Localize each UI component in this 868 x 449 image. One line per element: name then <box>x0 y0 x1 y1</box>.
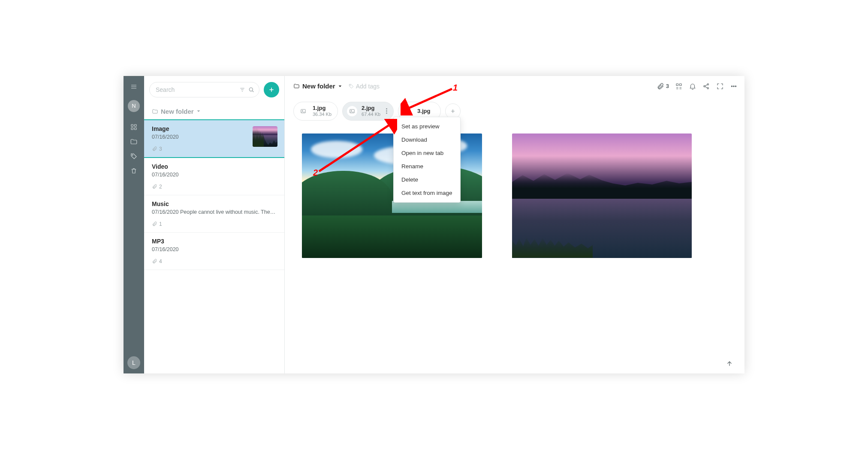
attachment-icon <box>152 221 157 227</box>
ctx-download[interactable]: Download <box>394 133 460 146</box>
gallery[interactable] <box>285 124 739 373</box>
attachment-chip[interactable]: 2.jpg 67.44 Kb <box>342 102 394 121</box>
main-pane: New folder Add tags 3 <box>285 76 744 373</box>
svg-point-20 <box>407 110 407 111</box>
attachment-chip[interactable]: 1.jpg 36.34 Kb <box>293 102 338 121</box>
image-icon <box>403 106 413 116</box>
sidebar-folder-select[interactable]: New folder <box>144 102 284 119</box>
trash-icon[interactable] <box>127 164 141 178</box>
svg-point-12 <box>731 85 732 86</box>
gallery-image[interactable] <box>512 133 692 258</box>
list-item-thumbnail <box>253 126 277 147</box>
search-input-wrap[interactable] <box>149 82 259 97</box>
ctx-rename[interactable]: Rename <box>394 160 460 173</box>
list-item[interactable]: MP3 07/16/2020 4 <box>144 233 284 270</box>
search-icon[interactable] <box>248 86 255 93</box>
svg-rect-1 <box>135 124 137 127</box>
icon-rail: N L <box>124 76 144 373</box>
list-item-attachments: 3 <box>152 146 248 152</box>
svg-point-9 <box>704 85 705 87</box>
breadcrumb-label: New folder <box>302 82 335 90</box>
list-item-title: MP3 <box>152 238 277 245</box>
filter-icon[interactable] <box>239 87 245 93</box>
dashboard-icon[interactable] <box>127 120 141 134</box>
attachment-icon <box>152 146 157 152</box>
list-item[interactable]: Video 07/16/2020 2 <box>144 158 284 195</box>
list-item-title: Music <box>152 200 277 207</box>
folder-icon[interactable] <box>127 134 141 149</box>
list-item-date: 07/16/2020 <box>152 172 277 178</box>
hamburger-icon[interactable] <box>127 79 141 94</box>
ctx-delete[interactable]: Delete <box>394 173 460 186</box>
list-item-date: 07/16/2020 <box>152 134 248 140</box>
chip-more-icon[interactable] <box>386 108 387 114</box>
image-icon <box>347 106 357 116</box>
svg-point-10 <box>707 83 708 85</box>
image-icon <box>298 106 308 116</box>
list-item[interactable]: Music 07/16/2020 People cannot live with… <box>144 195 284 233</box>
attachment-count[interactable]: 3 <box>657 82 669 90</box>
attachment-icon <box>657 82 664 90</box>
attachment-icon <box>152 184 157 189</box>
list-item-attachments: 2 <box>152 184 277 190</box>
ctx-set-as-preview[interactable]: Set as preview <box>394 120 460 133</box>
tag-icon[interactable] <box>127 149 141 164</box>
list-item-title: Image <box>152 125 248 132</box>
ctx-get-text[interactable]: Get text from image <box>394 186 460 200</box>
scroll-top-button[interactable] <box>726 360 733 367</box>
svg-rect-7 <box>676 84 678 86</box>
list-item[interactable]: Image 07/16/2020 3 <box>144 119 284 158</box>
svg-rect-8 <box>680 84 682 86</box>
svg-point-14 <box>735 85 736 86</box>
svg-point-5 <box>249 88 253 91</box>
search-input[interactable] <box>156 86 237 93</box>
attachment-icon <box>152 258 157 264</box>
list-item-date: 07/16/2020 <box>152 246 277 252</box>
svg-rect-0 <box>131 124 133 127</box>
attachment-chips: 1.jpg 36.34 Kb 2.jpg 67.44 Kb 3.jpg <box>285 97 744 124</box>
expand-icon[interactable] <box>716 82 724 90</box>
sidebar-folder-label: New folder <box>161 108 194 115</box>
list-item-attachments: 4 <box>152 258 277 264</box>
bell-icon[interactable] <box>689 82 696 90</box>
add-button[interactable] <box>264 82 279 97</box>
context-menu: Set as preview Download Open in new tab … <box>393 117 461 203</box>
add-tags-button[interactable]: Add tags <box>348 83 380 90</box>
svg-point-11 <box>707 87 708 88</box>
svg-point-18 <box>351 110 352 111</box>
breadcrumb[interactable]: New folder <box>293 82 342 90</box>
list-item-title: Video <box>152 163 277 170</box>
main-header: New folder Add tags 3 <box>285 76 744 97</box>
user-avatar[interactable]: L <box>127 356 140 369</box>
layout-icon[interactable] <box>675 82 683 90</box>
more-icon[interactable] <box>730 82 738 90</box>
ctx-open-new-tab[interactable]: Open in new tab <box>394 146 460 160</box>
svg-point-6 <box>350 85 351 85</box>
note-list: Image 07/16/2020 3 Video 07/16/2020 <box>144 119 284 373</box>
svg-rect-3 <box>135 127 137 130</box>
svg-point-16 <box>302 110 303 111</box>
list-item-date: 07/16/2020 People cannot live without mu… <box>152 209 277 215</box>
svg-rect-2 <box>131 127 133 130</box>
list-item-attachments: 1 <box>152 221 277 227</box>
svg-point-4 <box>132 155 133 155</box>
share-icon[interactable] <box>702 82 710 90</box>
sidebar: New folder Image 07/16/2020 3 <box>144 76 285 373</box>
svg-point-13 <box>733 85 734 86</box>
workspace-avatar[interactable]: N <box>128 100 140 112</box>
